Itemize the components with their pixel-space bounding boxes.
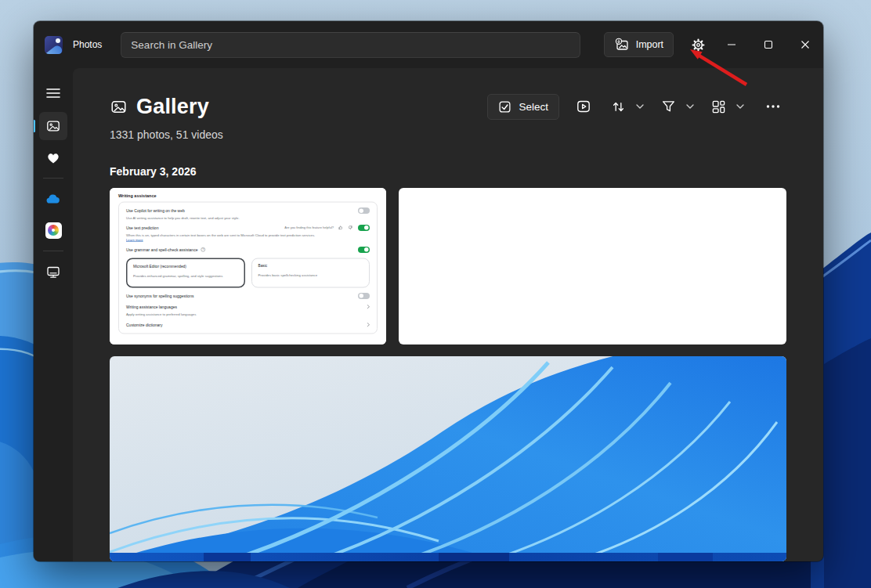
selected-accent-pill <box>34 120 35 132</box>
menu-icon <box>46 88 60 99</box>
page-title-text: Gallery <box>136 95 209 119</box>
titlebar: Photos Import <box>34 21 823 68</box>
minimize-button[interactable] <box>713 21 750 68</box>
mini-basic-card-title: Basic <box>258 263 363 268</box>
slideshow-button[interactable] <box>570 93 597 120</box>
gallery-count-subtitle: 1331 photos, 51 videos <box>110 128 786 141</box>
photos-app-window: Photos Import <box>34 21 823 561</box>
mini-basic-card-sub: Provides basic spellchecking assistance <box>258 273 363 277</box>
layout-grid-icon <box>711 99 726 114</box>
mini-section-title: Writing assistance <box>118 193 378 198</box>
gallery-icon <box>45 118 61 134</box>
sidebar-item-favorites[interactable] <box>39 143 67 171</box>
thumbs-down-icon <box>349 225 353 230</box>
settings-screenshot-content: Writing assistance Use Copilot for writi… <box>110 188 386 345</box>
mini-dictionary-title: Customize dictionary <box>126 323 162 327</box>
mini-copilot-toggle-off <box>358 207 370 214</box>
select-label: Select <box>519 101 548 113</box>
mini-copilot-sub: Use AI writing assistance to help you dr… <box>126 216 369 221</box>
filter-icon <box>661 99 676 114</box>
gallery-toolbar: Select <box>487 93 786 120</box>
photo-thumbnail-settings-screenshot[interactable]: Writing assistance Use Copilot for writi… <box>110 188 386 345</box>
mini-feedback-text: Are you finding this feature helpful? <box>284 226 334 230</box>
import-button[interactable]: Import <box>604 32 674 57</box>
mini-languages-sub: Apply writing assistance to preferred la… <box>126 312 369 317</box>
sidebar-item-folders[interactable] <box>39 258 67 286</box>
sidebar-item-gallery[interactable] <box>39 112 67 140</box>
sidebar-menu-button[interactable] <box>39 79 67 107</box>
app-title: Photos <box>73 39 102 50</box>
sort-dropdown-chevron[interactable] <box>631 93 649 120</box>
mini-synonyms-title: Use synonyms for spelling suggestions <box>126 294 193 298</box>
sidebar-item-icloud-photos[interactable] <box>39 216 67 244</box>
mini-editor-option-card: Microsoft Editor (recommended) Provides … <box>126 258 245 287</box>
sidebar-divider <box>43 178 63 179</box>
photos-app-logo-icon <box>45 36 63 54</box>
sidebar-divider-2 <box>43 251 63 251</box>
onedrive-cloud-icon <box>45 193 62 205</box>
mini-copilot-title: Use Copilot for writing on the web <box>126 208 185 213</box>
maximize-button[interactable] <box>750 21 786 68</box>
gear-icon <box>691 38 706 52</box>
import-icon <box>614 37 630 52</box>
mini-synonyms-toggle-off <box>358 293 370 299</box>
folders-device-icon <box>45 265 61 280</box>
search-box[interactable] <box>121 32 580 58</box>
select-button[interactable]: Select <box>487 94 559 120</box>
close-button[interactable] <box>786 21 823 68</box>
sort-button[interactable] <box>605 93 631 120</box>
layout-dropdown-chevron[interactable] <box>732 93 749 120</box>
screen: { "titlebar": { "app_name": "Photos", "s… <box>0 0 871 588</box>
chevron-right-icon <box>367 303 370 310</box>
sort-icon <box>611 99 626 114</box>
gallery-content-panel: Gallery Select <box>73 68 823 561</box>
mini-grammar-toggle-on <box>358 247 370 253</box>
mini-languages-title: Writing assistance languages <box>126 305 177 309</box>
more-options-button[interactable] <box>760 93 786 120</box>
mini-editor-card-sub: Provides enhanced grammar, spelling, and… <box>133 273 238 277</box>
photo-thumbnail-bloom-wallpaper[interactable] <box>110 356 786 561</box>
thumbs-up-icon <box>338 225 343 230</box>
import-label: Import <box>636 39 663 50</box>
layout-button[interactable] <box>705 93 732 120</box>
gallery-title-icon <box>110 98 128 116</box>
sidebar-item-onedrive[interactable] <box>39 185 67 213</box>
mini-basic-option-card: Basic Provides basic spellchecking assis… <box>251 258 370 287</box>
filter-dropdown-chevron[interactable] <box>681 93 699 120</box>
more-ellipsis-icon <box>766 104 780 109</box>
slideshow-icon <box>576 99 591 114</box>
search-input[interactable] <box>131 39 569 51</box>
mini-learn-more-link: Learn more <box>126 237 143 241</box>
filter-button[interactable] <box>655 93 681 120</box>
select-checkbox-icon <box>498 100 511 114</box>
page-title: Gallery <box>110 95 209 119</box>
settings-gear-button[interactable] <box>683 31 713 58</box>
photo-grid: Writing assistance Use Copilot for writi… <box>110 188 786 561</box>
sidebar <box>34 68 73 561</box>
mini-editor-card-title: Microsoft Editor (recommended) <box>133 264 238 269</box>
mini-prediction-title: Use text prediction <box>126 225 158 230</box>
photo-thumbnail-blank-white[interactable] <box>399 188 786 345</box>
mini-prediction-sub: When this is on, typed characters in cer… <box>126 233 315 236</box>
icloud-photos-flower-icon <box>45 222 62 239</box>
help-icon: ? <box>201 247 205 252</box>
mini-grammar-title: Use grammar and spell-check assistance <box>126 247 197 252</box>
heart-icon <box>45 150 61 164</box>
window-controls <box>713 21 823 68</box>
chevron-right-icon <box>367 321 370 328</box>
mini-prediction-toggle-on <box>358 225 370 231</box>
date-group-header: February 3, 2026 <box>110 165 786 178</box>
